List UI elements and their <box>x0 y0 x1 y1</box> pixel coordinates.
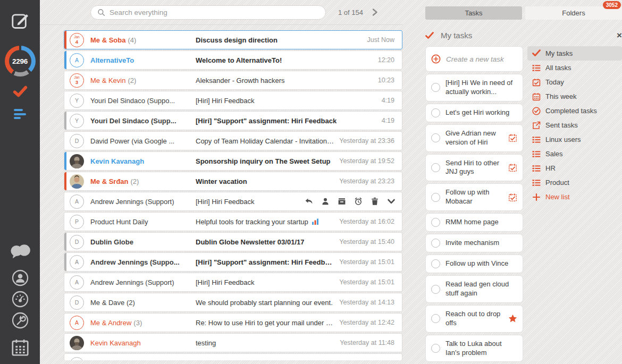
task-card[interactable]: [Hiri] Hi We in need of actually workin.… <box>425 74 523 101</box>
chevron-down-button[interactable] <box>387 197 396 206</box>
close-panel-button[interactable]: × <box>617 31 622 40</box>
subject: testing <box>196 339 216 347</box>
task-card[interactable]: RMM home page <box>425 213 523 232</box>
task-list-label: This week <box>545 92 577 100</box>
task-card[interactable]: Follow up with Vince <box>425 255 523 273</box>
task-list-item-new-list[interactable]: New list <box>527 190 622 204</box>
task-complete-radio[interactable] <box>431 218 440 227</box>
tasks-sidebar-button[interactable] <box>12 84 28 98</box>
task-complete-radio[interactable] <box>431 108 440 117</box>
task-list-item-my-tasks[interactable]: My tasks <box>527 46 622 61</box>
task-complete-radio[interactable] <box>431 285 440 294</box>
task-list-item-completed-tasks[interactable]: Completed tasks <box>527 104 622 118</box>
subject: Re: How to use Hiri to get your mail und… <box>196 319 335 327</box>
timestamp: Yesterday at 23:36 <box>339 137 394 145</box>
sender-name: AlternativeTo <box>90 56 134 64</box>
task-complete-radio[interactable] <box>431 239 440 248</box>
task-list-item-hr[interactable]: HR <box>527 161 622 175</box>
task-card[interactable]: Follow up with Mobacar <box>425 183 523 211</box>
person-button[interactable] <box>321 197 330 206</box>
subject-cell: Winter vacation <box>196 177 339 185</box>
timestamp: Yesterday at 11:48 <box>340 339 394 346</box>
mail-row[interactable]: DDavid Power (via Google ...Copy of Team… <box>64 131 402 150</box>
mail-row[interactable]: DMe & Dave (2)We should probably start p… <box>64 293 402 312</box>
mail-row[interactable]: Jan4Me & Soba(4)Discuss design direction… <box>64 30 402 49</box>
task-complete-radio[interactable] <box>431 259 440 268</box>
calendar-icon <box>10 337 30 358</box>
sender-cell: Youri Del Sindaco (Supp... <box>90 117 196 125</box>
task-list-item-all-tasks[interactable]: All tasks <box>527 61 622 75</box>
panel-title: My tasks <box>441 31 472 40</box>
mail-row[interactable]: Kevin KavanaghtestingYesterday at 11:48 <box>64 333 402 352</box>
task-complete-radio[interactable] <box>431 163 440 172</box>
subject: [Hiri] Hiri Feedback <box>196 278 255 286</box>
task-card[interactable]: Send Hiri to other JNJ guys <box>425 154 523 182</box>
chat-button[interactable] <box>10 244 31 259</box>
task-list-item-today[interactable]: Today <box>527 75 622 89</box>
task-complete-radio[interactable] <box>431 133 440 142</box>
search-box[interactable] <box>90 5 326 20</box>
mail-row[interactable]: Kevin KavanaghSponsorship inquiry on The… <box>64 151 402 171</box>
search-input[interactable] <box>110 9 319 16</box>
archive-button[interactable] <box>338 197 346 206</box>
mail-list: Jan4Me & Soba(4)Discuss design direction… <box>40 25 403 360</box>
timestamp: Yesterday at 15:01 <box>339 278 394 286</box>
task-list-item-this-week[interactable]: This week <box>527 89 622 104</box>
task-text: Invite mechanism <box>446 239 499 248</box>
task-complete-radio[interactable] <box>431 344 440 353</box>
mail-row[interactable]: AAndrew Jennings (Suppo...[Hiri] "Suppor… <box>64 252 402 272</box>
task-card[interactable]: Reach out to drop offs <box>425 305 523 333</box>
avatar: Jan3 <box>70 73 84 88</box>
mail-row[interactable]: DDublin GlobeDublin Globe Newsletter 03/… <box>64 232 402 251</box>
task-complete-radio[interactable] <box>431 314 440 323</box>
task-card[interactable]: Invite mechanism <box>425 234 523 252</box>
dashboard-button[interactable] <box>12 291 29 308</box>
alarm-button[interactable] <box>354 197 363 206</box>
task-text: Let's get Hiri working <box>446 108 509 117</box>
reply-button[interactable] <box>305 197 313 206</box>
mail-row[interactable]: AAlternativeToWelcome to AlternativeTo!1… <box>64 50 402 70</box>
task-list-item-linux-users[interactable]: Linux users <box>527 132 622 147</box>
task-list-item-product[interactable]: Product <box>527 175 622 190</box>
task-card[interactable]: Let's get Hiri working <box>425 104 523 122</box>
tab-tasks[interactable]: Tasks <box>425 6 522 20</box>
task-card[interactable]: Talk to Luka about Ian's problem <box>425 335 523 362</box>
mail-row[interactable]: AAndrew Jennings (Support)[Hiri] Hiri Fe… <box>64 192 402 211</box>
subject-cell: Dublin Globe Newsletter 03/01/17 <box>196 238 339 246</box>
contacts-button[interactable] <box>12 269 29 286</box>
mail-row[interactable]: Me & Srđan(2)Winter vacationYesterday at… <box>64 172 402 191</box>
sender-name: Kevin Kavanagh <box>90 157 144 165</box>
filter-sidebar-button[interactable] <box>14 109 26 119</box>
task-card[interactable]: Read lead gen cloud stuff again <box>425 275 523 303</box>
task-complete-radio[interactable] <box>431 193 440 202</box>
check-icon <box>532 49 541 58</box>
timestamp: Yesterday at 15:40 <box>339 238 394 246</box>
mail-row[interactable]: YYouri Del Sindaco (Suppo...[Hiri] Hiri … <box>64 91 402 110</box>
message-count: (2) <box>128 77 136 84</box>
mail-row[interactable]: PProduct Hunt DailyHelpful tools for tra… <box>64 212 402 231</box>
wrench-icon <box>12 312 29 329</box>
task-list-item-sales[interactable]: Sales <box>527 147 622 161</box>
mail-row[interactable]: AMe & Andrew(3)Re: How to use Hiri to ge… <box>64 313 402 332</box>
mail-row-partial[interactable] <box>64 353 402 360</box>
subject-cell: testing <box>196 339 340 347</box>
mail-row[interactable]: Jan3Me & Kevin(2)Aleksander - Growth hac… <box>64 71 402 90</box>
settings-button[interactable] <box>12 312 29 329</box>
create-task-card[interactable]: Create a new task <box>425 46 523 72</box>
trash-button[interactable] <box>371 197 379 206</box>
list-icon <box>532 64 541 72</box>
mail-row[interactable]: YYouri Del Sindaco (Supp...[Hiri] "Suppo… <box>64 111 402 130</box>
subject: We should probably start planning our ev… <box>196 299 333 307</box>
unread-progress-ring[interactable]: 2296 <box>5 46 36 77</box>
avatar: D <box>70 134 84 148</box>
subject: [Hiri] Hiri Feedback <box>196 97 255 105</box>
task-list-item-sent-tasks[interactable]: Sent tasks <box>527 118 622 132</box>
task-list-label: Completed tasks <box>545 107 597 115</box>
sender-name: Product Hunt Daily <box>90 218 148 226</box>
calendar-button[interactable] <box>10 337 30 358</box>
task-complete-radio[interactable] <box>431 83 440 92</box>
next-page-button[interactable] <box>371 8 379 16</box>
compose-button[interactable] <box>10 11 30 31</box>
task-card[interactable]: Give Adrian new version of Hiri <box>425 124 523 152</box>
mail-row[interactable]: AAndrew Jennings (Support)[Hiri] Hiri Fe… <box>64 273 402 292</box>
